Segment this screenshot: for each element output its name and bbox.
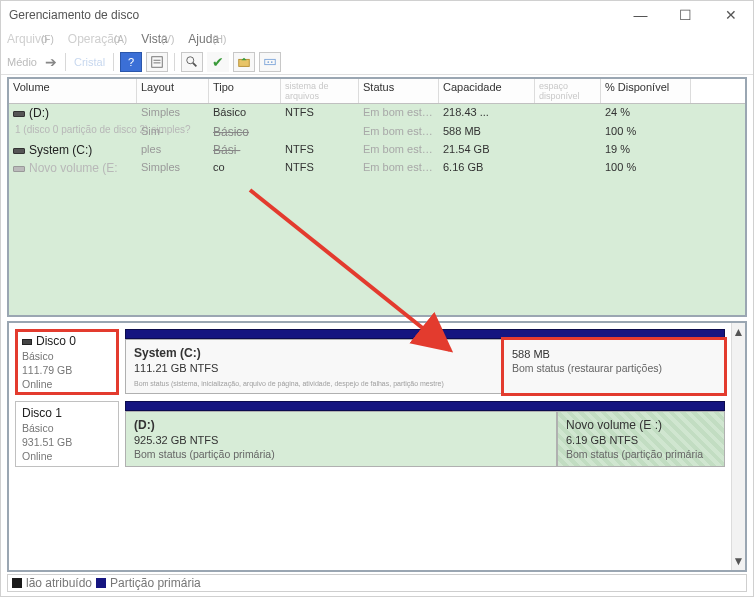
disk-graphical-panel: ▲▼ Disco 0 Básico 111.79 GB Online Syste… bbox=[7, 321, 747, 572]
toolbar-medio[interactable]: Médio bbox=[5, 56, 39, 68]
menu-bar: Arquivo (F) Operação (A) Vista (V) Ajuda… bbox=[1, 29, 753, 49]
disk-type: Básico bbox=[22, 422, 112, 434]
window-title: Gerenciamento de disco bbox=[9, 8, 618, 22]
col-sistema[interactable]: sistema de arquivos bbox=[281, 79, 359, 103]
disk-size: 111.79 GB bbox=[22, 364, 112, 376]
minimize-button[interactable]: — bbox=[618, 1, 663, 29]
disk-row: Disco 1 Básico 931.51 GB Online (D:) 925… bbox=[15, 401, 725, 467]
legend-swatch-primary bbox=[96, 578, 106, 588]
maximize-button[interactable]: ☐ bbox=[663, 1, 708, 29]
column-headers: Volume Layout Tipo sistema de arquivos S… bbox=[9, 79, 745, 104]
properties-icon[interactable] bbox=[146, 52, 168, 72]
volume-row[interactable]: (D:) Simples Básico NTFS Em bom estado (… bbox=[9, 104, 745, 122]
col-espaco[interactable]: espaço disponível bbox=[535, 79, 601, 103]
volume-row[interactable]: Novo volume (E: Simples co NTFS Em bom e… bbox=[9, 159, 745, 177]
toolbar-separator bbox=[174, 53, 175, 71]
partition-e[interactable]: Novo volume (E :) 6.19 GB NTFS Bom statu… bbox=[557, 411, 725, 467]
disk-size: 931.51 GB bbox=[22, 436, 112, 448]
help-icon[interactable]: ? bbox=[120, 52, 142, 72]
col-capacidade[interactable]: Capacidade bbox=[439, 79, 535, 103]
folder-up-icon[interactable] bbox=[233, 52, 255, 72]
volume-icon bbox=[13, 166, 25, 172]
volume-list-panel: Volume Layout Tipo sistema de arquivos S… bbox=[7, 77, 747, 317]
search-icon[interactable] bbox=[181, 52, 203, 72]
legend-label-primary: Partição primária bbox=[110, 576, 201, 590]
legend: lão atribuído Partição primária bbox=[7, 574, 747, 592]
svg-point-8 bbox=[271, 61, 273, 63]
svg-line-4 bbox=[193, 62, 197, 66]
svg-rect-6 bbox=[265, 59, 276, 64]
menu-ajuda[interactable]: Ajuda (H) bbox=[188, 32, 226, 46]
toolbar-cristal[interactable]: Cristal bbox=[72, 56, 107, 68]
toolbar-separator bbox=[113, 53, 114, 71]
disk-type: Básico bbox=[22, 350, 112, 362]
disk-icon bbox=[22, 339, 32, 345]
volume-icon bbox=[13, 148, 25, 154]
menu-operacao[interactable]: Operação (A) bbox=[68, 32, 127, 46]
col-tipo[interactable]: Tipo bbox=[209, 79, 281, 103]
volume-icon bbox=[13, 111, 25, 117]
check-icon[interactable]: ✔ bbox=[207, 52, 229, 72]
disk1-label[interactable]: Disco 1 Básico 931.51 GB Online bbox=[15, 401, 119, 467]
partition-system-c[interactable]: System (C:) 111.21 GB NTFS Bom status (s… bbox=[125, 339, 503, 394]
col-pct[interactable]: % Disponível bbox=[601, 79, 691, 103]
svg-rect-5 bbox=[239, 59, 250, 66]
svg-rect-0 bbox=[152, 56, 163, 67]
settings-icon[interactable] bbox=[259, 52, 281, 72]
disk0-label[interactable]: Disco 0 Básico 111.79 GB Online bbox=[15, 329, 119, 395]
toolbar-separator bbox=[65, 53, 66, 71]
disk-header-bar bbox=[125, 329, 725, 339]
volume-row[interactable]: Sim- Básico Em bom estado (cerca de 588M… bbox=[9, 123, 745, 141]
menu-arquivo[interactable]: Arquivo (F) bbox=[7, 32, 54, 46]
disk-row: Disco 0 Básico 111.79 GB Online System (… bbox=[15, 329, 725, 395]
col-volume[interactable]: Volume bbox=[9, 79, 137, 103]
scrollbar[interactable]: ▲▼ bbox=[731, 323, 745, 570]
col-status[interactable]: Status bbox=[359, 79, 439, 103]
toolbar: Médio ➔ Cristal ? ✔ bbox=[1, 49, 753, 75]
volume-row[interactable]: System (C:) ples Bási- NTFS Em bom estad… bbox=[9, 141, 745, 159]
legend-swatch-unallocated bbox=[12, 578, 22, 588]
partition-d[interactable]: (D:) 925.32 GB NTFS Bom status (partição… bbox=[125, 411, 557, 467]
col-layout[interactable]: Layout bbox=[137, 79, 209, 103]
svg-point-7 bbox=[268, 61, 270, 63]
close-button[interactable]: ✕ bbox=[708, 1, 753, 29]
legend-label-unallocated: lão atribuído bbox=[26, 576, 92, 590]
volume-rows: (D:) Simples Básico NTFS Em bom estado (… bbox=[9, 104, 745, 315]
svg-point-3 bbox=[187, 56, 194, 63]
disk-header-bar bbox=[125, 401, 725, 411]
arrow-icon: ➔ bbox=[43, 54, 59, 70]
disk-state: Online bbox=[22, 378, 112, 390]
partition-588mb[interactable]: 588 MB Bom status (restaurar partições) bbox=[503, 339, 725, 394]
menu-vista[interactable]: Vista (V) bbox=[141, 32, 174, 46]
disk-state: Online bbox=[22, 450, 112, 462]
